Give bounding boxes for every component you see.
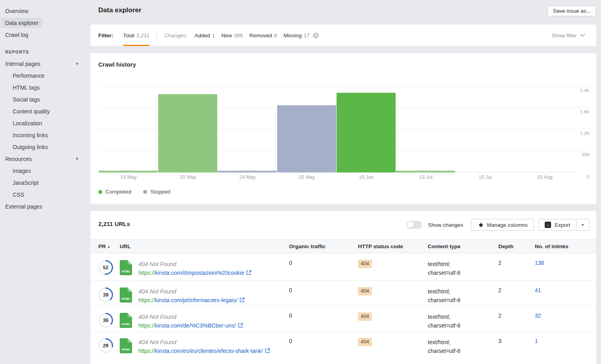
- external-link-icon[interactable]: [238, 323, 243, 328]
- sidebar-item-overview[interactable]: Overview: [0, 5, 90, 17]
- chart-bar[interactable]: [515, 172, 574, 172]
- total-count: 2,211: [136, 33, 149, 38]
- status-badge: 404: [358, 260, 372, 268]
- sidebar-item-images[interactable]: Images: [0, 165, 90, 177]
- sidebar-group-label: Internal pages: [5, 61, 40, 67]
- organic-traffic-value: 0: [289, 287, 358, 306]
- reports-section-header: REPORTS: [0, 46, 90, 58]
- sidebar-item-social-tags[interactable]: Social tags: [0, 94, 90, 105]
- sidebar-item-css[interactable]: CSS: [0, 189, 90, 201]
- column-header-http-status[interactable]: HTTP status code: [358, 243, 428, 249]
- chart-bar[interactable]: [218, 171, 277, 172]
- y-axis-tick: 600: [574, 152, 590, 157]
- manage-columns-button[interactable]: Manage columns: [471, 219, 534, 231]
- inlinks-link[interactable]: 138: [535, 260, 544, 266]
- sidebar-item-label: Incoming links: [13, 132, 48, 138]
- sidebar-item-crawl-log[interactable]: Crawl log: [0, 29, 90, 41]
- gear-icon: [477, 222, 483, 228]
- legend-item-stopped: Stopped: [143, 189, 170, 195]
- x-axis-tick: 25 May: [277, 174, 337, 180]
- chart-slot: [277, 86, 337, 172]
- page-title-404: 404 Not Found: [138, 338, 281, 347]
- depth-value: 3: [498, 338, 535, 364]
- filter-tab-removed[interactable]: Removed 6: [249, 25, 277, 46]
- page-title: Data explorer: [98, 6, 142, 14]
- chart-slot: [218, 86, 277, 172]
- completed-dot-icon: [98, 190, 102, 194]
- sidebar-item-resources[interactable]: Resources ▼: [0, 153, 90, 165]
- external-link-icon[interactable]: [265, 348, 270, 353]
- url-link[interactable]: kinsta.com/de/%C3%BCber-uns/: [155, 322, 236, 329]
- sidebar-item-internal-pages[interactable]: Internal pages ▼: [0, 58, 90, 70]
- main-content: Data explorer Save issue as... Filter: T…: [90, 0, 601, 364]
- sort-desc-icon: ▼: [107, 245, 111, 249]
- filter-tab-total[interactable]: Total 2,211: [123, 25, 149, 46]
- added-count: 1: [212, 33, 215, 38]
- inlinks-link[interactable]: 41: [535, 287, 541, 293]
- organic-traffic-value: 0: [289, 260, 358, 280]
- column-header-content-type[interactable]: Content type: [428, 243, 498, 249]
- pr-score-ring: 52: [98, 260, 113, 275]
- column-header-inlinks[interactable]: No. of inlinks: [535, 243, 590, 249]
- filter-tab-missing[interactable]: Missing 17: [283, 25, 310, 46]
- chevron-down-icon: ▼: [581, 223, 584, 227]
- filter-tab-new[interactable]: New 386: [221, 25, 243, 46]
- inlinks-link[interactable]: 1: [535, 338, 538, 344]
- sidebar-item-data-explorer[interactable]: Data explorer: [0, 17, 90, 29]
- chart-slot: [515, 86, 574, 172]
- sidebar-item-outgoing-links[interactable]: Outgoing links: [0, 141, 90, 153]
- url-count-label: 2,211 URLs: [98, 220, 130, 227]
- status-badge: 404: [358, 312, 372, 321]
- url-link[interactable]: kinsta.com/es/es/clientes/efecto-shark-t…: [155, 348, 263, 354]
- save-issue-as-button[interactable]: Save issue as...: [547, 6, 596, 16]
- chart-legend: Completed Stopped: [98, 189, 170, 195]
- column-header-depth[interactable]: Depth: [498, 243, 535, 249]
- changes-label: Changes:: [165, 33, 188, 38]
- sidebar-item-incoming-links[interactable]: Incoming links: [0, 129, 90, 141]
- sidebar-item-label: Crawl log: [5, 32, 28, 38]
- sidebar-item-label: Outgoing links: [13, 144, 48, 150]
- show-changes-toggle[interactable]: [406, 221, 422, 229]
- chart-bar[interactable]: [99, 171, 158, 172]
- filter-tab-added[interactable]: Added 1: [195, 25, 215, 46]
- show-filter-toggle[interactable]: Show filter: [552, 25, 584, 46]
- help-icon[interactable]: ?: [313, 33, 319, 38]
- html-file-icon: HTML: [120, 260, 132, 275]
- sidebar-item-javascript[interactable]: JavaScript: [0, 177, 90, 189]
- chevron-down-icon[interactable]: ▼: [75, 153, 79, 165]
- depth-value: 2: [498, 260, 535, 280]
- html-file-icon: HTML: [120, 338, 132, 353]
- external-link-icon[interactable]: [246, 270, 251, 275]
- sidebar: Overview Data explorer Crawl log REPORTS…: [0, 0, 90, 364]
- x-axis-tick: 24 May: [218, 174, 277, 180]
- html-file-icon: HTML: [120, 313, 132, 328]
- column-header-url[interactable]: URL: [120, 243, 289, 249]
- inlinks-link[interactable]: 32: [535, 312, 541, 319]
- chart-bar[interactable]: [456, 172, 515, 172]
- x-axis-tick: 15 Aug: [515, 174, 574, 180]
- sidebar-item-performance[interactable]: Performance: [0, 70, 90, 82]
- sidebar-item-html-tags[interactable]: HTML tags: [0, 82, 90, 94]
- export-dropdown-caret[interactable]: ▼: [576, 219, 589, 230]
- y-axis-tick: 1.2K: [574, 131, 590, 136]
- chart-slot: [456, 86, 515, 172]
- column-header-pr[interactable]: PR ▼: [98, 243, 120, 249]
- chart-slot: [99, 86, 158, 172]
- sidebar-item-localization[interactable]: Localization: [0, 117, 90, 129]
- url-link[interactable]: kinsta.com/itImpostazioni%20cookie: [155, 270, 244, 276]
- column-header-organic-traffic[interactable]: Organic traffic: [289, 243, 358, 249]
- chevron-down-icon[interactable]: ▼: [75, 58, 79, 70]
- sidebar-item-label: JavaScript: [13, 180, 38, 186]
- sidebar-item-content-quality[interactable]: Content quality: [0, 105, 90, 117]
- sidebar-item-label: Data explorer: [1, 18, 42, 28]
- url-link[interactable]: kinsta.com/pt/informacoes-legais/: [155, 297, 237, 303]
- chart-bar[interactable]: [158, 94, 217, 172]
- chart-bar[interactable]: [337, 93, 396, 172]
- status-badge: 404: [358, 338, 372, 346]
- table-row: 36 HTML 404 Not Found https://kinsta.com…: [90, 306, 596, 331]
- external-link-icon[interactable]: [239, 297, 245, 303]
- sidebar-item-external-pages[interactable]: External pages: [0, 201, 90, 213]
- chart-bar[interactable]: [277, 105, 336, 172]
- export-button[interactable]: ↓ Export: [539, 219, 576, 230]
- chart-bar[interactable]: [396, 171, 455, 172]
